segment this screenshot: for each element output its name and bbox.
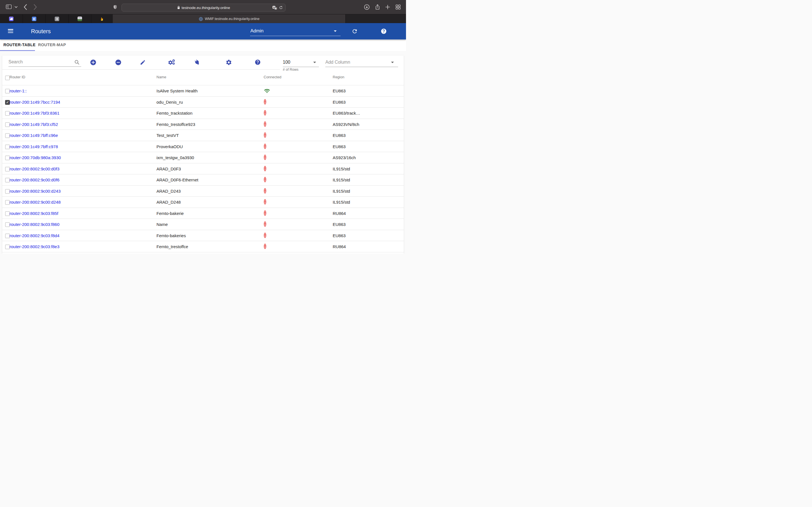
back-button-icon[interactable] (23, 4, 28, 10)
toolbar-separator (13, 4, 14, 10)
router-id-link[interactable]: router-200:1c49:7bf3:cf52 (10, 122, 58, 127)
router-id-link[interactable]: router-200:8002:9c00:d243 (10, 189, 61, 193)
col-router-id: Router ID (10, 75, 26, 79)
error-icon: ! (264, 110, 266, 115)
add-column-placeholder: Add Column (325, 60, 350, 65)
row-checkbox[interactable] (5, 145, 10, 149)
connected-status: ! (264, 99, 270, 105)
router-id-link[interactable]: router-1:: (10, 89, 27, 93)
row-checkbox[interactable] (5, 189, 10, 194)
error-icon: ! (264, 155, 266, 160)
pinned-tab-2[interactable] (23, 14, 46, 23)
error-icon: ! (264, 177, 266, 182)
connected-status: ! (264, 132, 270, 138)
sidebar-chevron-down-icon[interactable] (14, 6, 18, 8)
row-region: EU863 (333, 222, 346, 227)
row-name: ProverkaODU (156, 144, 183, 149)
tab-router-map[interactable]: ROUTER-MAP (38, 43, 66, 47)
router-id-link[interactable]: router-200:8002:9c03:f85f (10, 211, 58, 216)
table-row: router-200:8002:9c03:f85f Femto-bakerie … (2, 208, 404, 219)
select-all-checkbox[interactable] (5, 75, 10, 80)
wifi-icon (264, 88, 270, 94)
col-name: Name (156, 75, 166, 79)
router-id-link[interactable]: router-200:8002:9c03:f8e3 (10, 244, 59, 249)
address-bar[interactable]: testnode.eu.thingularity.online A✱ (121, 4, 286, 11)
edit-pencil-icon[interactable] (139, 59, 146, 66)
table-row: router-200:8002:9c00:d0f3 ARAD_D0F3 ! IL… (2, 163, 404, 174)
refresh-button[interactable] (352, 28, 358, 34)
help-button[interactable] (380, 28, 387, 34)
plug-connect-icon[interactable] (193, 59, 201, 66)
remove-router-button[interactable] (114, 59, 122, 66)
row-name: ARAD_D248 (156, 200, 181, 205)
share-icon[interactable] (374, 4, 380, 10)
section-tabs: ROUTER-TABLE ROUTER-MAP (0, 40, 406, 51)
row-checkbox[interactable] (5, 89, 10, 94)
pinned-tab-4[interactable]: USDA (68, 14, 91, 23)
row-checkbox[interactable] (5, 133, 10, 138)
globe-favicon (199, 17, 203, 21)
row-region: AS923VN/8ch (333, 122, 359, 127)
search-icon (73, 59, 81, 66)
router-id-link[interactable]: router-200:1c49:7bff:c978 (10, 144, 58, 149)
pinned-tab-1[interactable] (0, 14, 23, 23)
usda-favicon: USDA (78, 17, 82, 21)
table-row: router-200:8002:9c03:f8d4 Femto-bakeries… (2, 230, 404, 241)
new-tab-icon[interactable] (385, 4, 391, 10)
table-row: router-200:8002:9c00:d248 ARAD_D248 ! IL… (2, 196, 404, 208)
table-row: router-200:8002:9c00:d243 ARAD_D243 ! IL… (2, 185, 404, 196)
router-table-card: Search (2, 55, 404, 253)
add-router-button[interactable] (89, 59, 97, 66)
search-underline (8, 66, 81, 67)
row-checkbox[interactable] (5, 244, 10, 249)
gear-settings-icon[interactable] (225, 59, 232, 66)
router-id-link[interactable]: router-200:8002:9c00:d248 (10, 200, 61, 205)
router-id-link[interactable]: router-200:70db:980a:3930 (10, 155, 61, 160)
row-checkbox[interactable] (5, 178, 10, 182)
sidebar-toggle-icon[interactable] (6, 4, 12, 9)
search-input[interactable]: Search (8, 59, 23, 64)
table-body: router-1:: IsAlive System Health ! EU863… (2, 85, 404, 252)
row-name: IsAlive System Health (156, 89, 198, 93)
active-browser-tab[interactable]: WMIF:testnode.eu.thingularity.online (113, 14, 346, 23)
forward-button-icon[interactable] (33, 4, 37, 10)
router-id-link[interactable]: router-200:8002:9c03:f8d4 (10, 233, 59, 238)
router-id-link[interactable]: router-200:8002:9c03:f860 (10, 222, 59, 227)
router-id-link[interactable]: router-200:1c49:7bff:c96e (10, 133, 58, 138)
row-checkbox[interactable] (5, 100, 10, 105)
router-id-link[interactable]: router-200:8002:9c00:d0f3 (10, 166, 59, 171)
gears-settings-icon[interactable] (168, 59, 175, 66)
router-id-link[interactable]: router-200:8002:9c00:d0f6 (10, 177, 59, 182)
row-checkbox[interactable] (5, 111, 10, 116)
downloads-icon[interactable] (364, 4, 370, 10)
connected-status: ! (264, 166, 270, 172)
tab-router-table[interactable]: ROUTER-TABLE (3, 43, 36, 47)
pinned-tab-3[interactable] (46, 14, 68, 23)
tab-overview-icon[interactable] (395, 4, 401, 10)
row-checkbox[interactable] (5, 222, 10, 227)
menu-hamburger-icon[interactable] (8, 29, 13, 33)
row-checkbox[interactable] (5, 167, 10, 172)
translate-icon[interactable]: A✱ (272, 6, 277, 10)
account-select-value: Admin (250, 28, 264, 34)
row-checkbox[interactable] (5, 122, 10, 127)
table-help-icon[interactable] (254, 59, 261, 66)
row-checkbox[interactable] (5, 156, 10, 160)
row-checkbox[interactable] (5, 200, 10, 205)
cloud-app-icon (9, 17, 13, 21)
chevron-down-icon (391, 62, 394, 63)
reload-icon[interactable] (279, 5, 283, 10)
router-id-link[interactable]: router-200:1c49:7bf3:8361 (10, 111, 59, 115)
row-region: IL915/std (333, 200, 350, 205)
row-checkbox[interactable] (5, 211, 10, 216)
row-region: IL915/std (333, 177, 350, 182)
pinned-tab-5[interactable] (91, 14, 113, 23)
router-id-link[interactable]: router-200:1c49:7bcc:7194 (10, 100, 60, 105)
row-region: IL915/std (333, 166, 350, 171)
account-select[interactable]: Admin (250, 27, 341, 36)
error-icon: ! (264, 121, 266, 127)
app-header (0, 23, 406, 40)
privacy-shield-icon[interactable] (113, 5, 117, 9)
document-app-icon (32, 17, 36, 21)
row-checkbox[interactable] (5, 233, 10, 238)
